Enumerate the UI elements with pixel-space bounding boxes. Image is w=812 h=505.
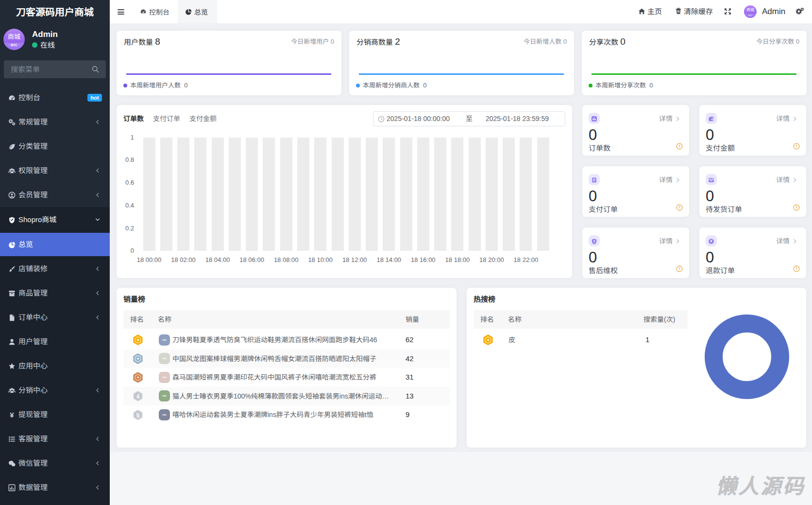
svg-text:¥: ¥ [10,411,14,418]
svg-text:5: 5 [136,412,140,419]
svg-text:4: 4 [136,393,140,400]
